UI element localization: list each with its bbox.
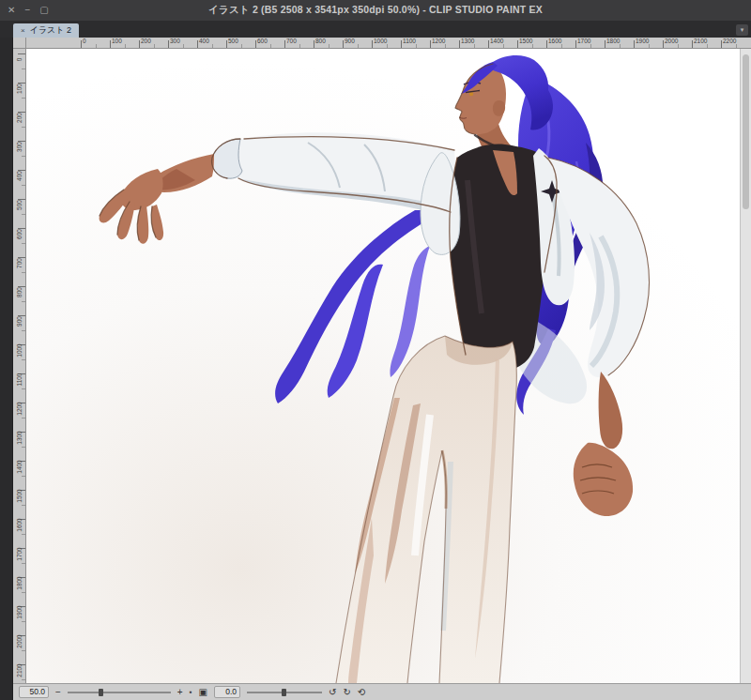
- ruler-minor-tick: [329, 44, 330, 48]
- ruler-tick-label: 300: [170, 38, 180, 44]
- ruler-minor-tick: [561, 44, 562, 48]
- window-title: イラスト 2 (B5 2508 x 3541px 350dpi 50.0%) -…: [208, 4, 543, 17]
- ruler-minor-tick: [387, 44, 388, 48]
- ruler-tick-label: 1700: [577, 38, 590, 44]
- ruler-major-tick: [168, 40, 169, 48]
- ruler-minor-tick: [22, 650, 25, 651]
- fit-screen-icon[interactable]: ▣: [199, 687, 207, 698]
- maximize-window-icon[interactable]: ▢: [39, 6, 48, 15]
- ruler-minor-tick: [299, 44, 300, 48]
- canvas-viewport[interactable]: [26, 49, 740, 683]
- ruler-tick-label: 200: [141, 38, 151, 44]
- tab-illustration-2[interactable]: × イラスト 2: [13, 23, 79, 38]
- ruler-tick-label: 600: [257, 38, 268, 44]
- ruler-tick-label: 400: [199, 38, 209, 44]
- ruler-major-tick: [488, 40, 489, 48]
- minimize-window-icon[interactable]: −: [24, 6, 30, 15]
- ruler-tick-label: 1400: [490, 38, 503, 44]
- ruler-tick-label: 500: [228, 38, 238, 44]
- rotate-right-icon[interactable]: ↻: [343, 687, 350, 698]
- vertical-scrollbar[interactable]: [740, 49, 751, 683]
- ruler-major-tick: [372, 40, 373, 48]
- ruler-minor-tick: [707, 44, 708, 48]
- ruler-minor-tick: [22, 98, 25, 99]
- ruler-tick-label: 1600: [548, 38, 561, 44]
- ruler-minor-tick: [590, 44, 591, 48]
- ruler-major-tick: [226, 40, 227, 48]
- zoom-value-field[interactable]: 50.0: [19, 686, 49, 698]
- vertical-ruler: 0100200300400500600700800900100011001200…: [13, 49, 26, 683]
- ruler-tick-label: 1300: [461, 38, 474, 44]
- ruler-minor-tick: [620, 44, 621, 48]
- ruler-tick-label: 2000: [665, 38, 678, 44]
- ruler-minor-tick: [125, 44, 126, 48]
- ruler-minor-tick: [22, 534, 25, 535]
- zoom-slider[interactable]: [68, 688, 171, 697]
- ruler-minor-tick: [22, 156, 25, 157]
- ruler-minor-tick: [736, 44, 737, 48]
- ruler-tick-label: 800: [315, 38, 326, 44]
- ruler-minor-tick: [22, 185, 25, 186]
- rotation-value-field[interactable]: 0.0: [214, 686, 240, 698]
- ruler-major-tick: [110, 40, 111, 48]
- actual-size-icon[interactable]: ▪: [190, 687, 192, 698]
- zoom-slider-thumb[interactable]: [99, 689, 103, 696]
- ruler-minor-tick: [154, 44, 155, 48]
- zoom-in-button[interactable]: +: [177, 687, 183, 698]
- ruler-tick-label: 700: [286, 38, 297, 44]
- close-window-icon[interactable]: ✕: [8, 6, 15, 15]
- rotation-slider[interactable]: [247, 688, 322, 697]
- ruler-minor-tick: [22, 68, 25, 69]
- ruler-minor-tick: [445, 44, 446, 48]
- tab-close-icon[interactable]: ×: [21, 26, 25, 35]
- ruler-major-tick: [343, 40, 344, 48]
- ruler-minor-tick: [96, 44, 97, 48]
- ruler-tick-label: 900: [345, 38, 355, 44]
- ruler-minor-tick: [22, 330, 25, 331]
- clip-studio-window: ✕ − ▢ イラスト 2 (B5 2508 x 3541px 350dpi 50…: [0, 0, 751, 700]
- ruler-tick-label: 100: [112, 38, 122, 44]
- ruler-major-tick: [634, 40, 635, 48]
- ruler-minor-tick: [22, 214, 25, 215]
- ruler-minor-tick: [22, 679, 25, 680]
- ruler-minor-tick: [22, 301, 25, 302]
- ruler-minor-tick: [183, 44, 184, 48]
- ruler-major-tick: [721, 40, 722, 48]
- ruler-minor-tick: [532, 44, 533, 48]
- ruler-tick-label: 1100: [403, 38, 416, 44]
- ruler-minor-tick: [22, 563, 25, 564]
- ruler-minor-tick: [474, 44, 475, 48]
- ruler-tick-label: 1900: [636, 38, 649, 44]
- ruler-minor-tick: [22, 272, 25, 273]
- ruler-minor-tick: [678, 44, 679, 48]
- ruler-minor-tick: [22, 388, 25, 389]
- ruler-minor-tick: [241, 44, 242, 48]
- ruler-minor-tick: [270, 44, 271, 48]
- tab-label: イラスト 2: [30, 24, 71, 37]
- reset-rotation-icon[interactable]: ⟲: [358, 687, 365, 698]
- ruler-major-tick: [197, 40, 198, 48]
- ruler-corner-right: [740, 38, 751, 49]
- rotate-left-icon[interactable]: ↺: [329, 687, 336, 698]
- window-controls: ✕ − ▢: [8, 0, 49, 21]
- ruler-major-tick: [284, 40, 285, 48]
- ruler-minor-tick: [22, 621, 25, 622]
- ruler-major-tick: [401, 40, 402, 48]
- ruler-major-tick: [663, 40, 664, 48]
- ruler-minor-tick: [358, 44, 359, 48]
- left-edge-panel: [0, 38, 13, 700]
- ruler-major-tick: [255, 40, 256, 48]
- ruler-major-tick: [459, 40, 460, 48]
- canvas-tab-bar: × イラスト 2 ▾: [0, 21, 751, 38]
- ruler-tick-label: 2100: [694, 38, 707, 44]
- ruler-minor-tick: [22, 505, 25, 506]
- rotation-slider-thumb[interactable]: [282, 689, 286, 696]
- tab-list-icon[interactable]: ▾: [736, 24, 748, 36]
- ruler-major-tick: [546, 40, 547, 48]
- vertical-scrollbar-thumb[interactable]: [743, 54, 749, 209]
- ruler-corner: [13, 38, 26, 49]
- ruler-minor-tick: [22, 418, 25, 418]
- zoom-out-button[interactable]: −: [55, 687, 61, 698]
- ruler-major-tick: [517, 40, 518, 48]
- artwork-illustration: [26, 49, 740, 683]
